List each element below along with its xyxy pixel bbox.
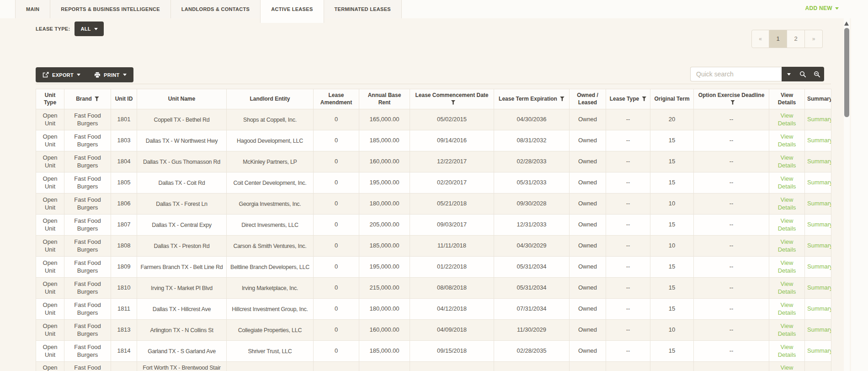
- summary-link[interactable]: Summary: [807, 221, 831, 228]
- cell-unit_name: Dallas TX - Gus Thomasson Rd: [137, 151, 227, 172]
- add-new-button[interactable]: ADD NEW: [805, 5, 839, 11]
- table-row: Open UnitFast Food Burgers1809Farmers Br…: [36, 257, 831, 278]
- search-button[interactable]: [796, 67, 810, 81]
- filter-icon[interactable]: [642, 97, 646, 101]
- cell-owned_leased: [570, 362, 606, 371]
- table-head: Unit TypeBrandUnit IDUnit NameLandlord E…: [36, 89, 831, 109]
- column-header-lease_amendment[interactable]: Lease Amendment: [314, 89, 359, 109]
- tab-landlords-contacts[interactable]: LANDLORDS & CONTACTS: [170, 0, 260, 18]
- summary-link[interactable]: Summary: [807, 263, 831, 270]
- column-header-landlord_entity[interactable]: Landlord Entity: [227, 89, 314, 109]
- summary-link[interactable]: Summary: [807, 284, 831, 291]
- view-details-link[interactable]: View Details: [778, 196, 796, 211]
- column-header-lease_term_expiration[interactable]: Lease Term Expiration: [494, 89, 570, 109]
- summary-link[interactable]: Summary: [807, 158, 831, 165]
- view-details-link[interactable]: View Details: [778, 280, 796, 295]
- view-details-link[interactable]: View Details: [778, 154, 796, 169]
- cell-landlord_entity: Shriver Trust, LLC: [227, 341, 314, 362]
- cell-unit_id: 1810: [111, 278, 137, 299]
- column-header-view_details[interactable]: View Details: [769, 89, 805, 109]
- pagination-page-button-2[interactable]: 2: [787, 30, 805, 48]
- column-header-unit_id[interactable]: Unit ID: [111, 89, 137, 109]
- column-header-unit_type[interactable]: Unit Type: [36, 89, 64, 109]
- cell-lease_term_expiration: 05/31/2033: [494, 172, 570, 194]
- view-details-link[interactable]: View Details: [778, 344, 796, 358]
- tab-terminated-leases[interactable]: TERMINATED LEASES: [324, 0, 402, 18]
- cell-lease_term_expiration: 12/31/2033: [494, 215, 570, 236]
- cell-original_term: 10: [650, 194, 694, 215]
- view-details-link[interactable]: View Details: [778, 259, 796, 274]
- add-new-label: ADD NEW: [805, 5, 832, 11]
- column-header-owned_leased[interactable]: Owned / Leased: [570, 89, 606, 109]
- view-details-link[interactable]: View Details: [778, 112, 796, 127]
- pagination-prev-button[interactable]: «: [751, 30, 769, 48]
- summary-link[interactable]: Summary: [807, 116, 831, 123]
- cell-summary: Summary: [805, 320, 831, 341]
- column-header-annual_base_rent[interactable]: Annual Base Rent: [359, 89, 410, 109]
- tab-active-leases[interactable]: ACTIVE LEASES: [260, 0, 324, 23]
- cell-view_details: View Details: [769, 151, 805, 172]
- export-button[interactable]: EXPORT: [36, 67, 87, 82]
- filter-icon[interactable]: [95, 97, 99, 101]
- summary-link[interactable]: Summary: [807, 179, 831, 186]
- summary-link[interactable]: Summary: [807, 326, 831, 333]
- scroll-up-arrow-icon[interactable]: [844, 22, 849, 26]
- cell-unit_id: 1806: [111, 194, 137, 215]
- column-header-unit_name[interactable]: Unit Name: [137, 89, 227, 109]
- table-row: Open UnitFast Food Burgers1807Dallas TX …: [36, 215, 831, 236]
- cell-lease_term_expiration: 09/30/2028: [494, 194, 570, 215]
- cell-unit_id: 1814: [111, 341, 137, 362]
- scrollbar-thumb[interactable]: [844, 28, 849, 117]
- table-row: Open UnitFast Food Burgers1803Dallas TX …: [36, 130, 831, 151]
- cell-landlord_entity: Hillcrest Investment Group, Inc.: [227, 299, 314, 320]
- table-row: Open UnitFast Food Burgers1814Garland TX…: [36, 341, 831, 362]
- cell-owned_leased: Owned: [570, 299, 606, 320]
- tab-main[interactable]: MAIN: [15, 0, 50, 18]
- vertical-scrollbar[interactable]: [844, 18, 850, 371]
- print-button[interactable]: PRINT: [87, 67, 133, 82]
- cell-owned_leased: Owned: [570, 320, 606, 341]
- cell-owned_leased: Owned: [570, 194, 606, 215]
- column-header-original_term[interactable]: Original Term: [650, 89, 694, 109]
- tab-reports-business-intelligence[interactable]: REPORTS & BUSINESS INTELLIGENCE: [50, 0, 170, 18]
- view-details-link[interactable]: View Details: [778, 323, 796, 337]
- cell-unit_type: Open Unit: [36, 172, 64, 194]
- view-details-link[interactable]: View Details: [778, 238, 796, 253]
- column-header-lease_commencement_date[interactable]: Lease Commencement Date: [410, 89, 494, 109]
- view-details-link[interactable]: View Details: [778, 217, 796, 232]
- filter-icon[interactable]: [730, 100, 735, 105]
- print-label: PRINT: [104, 72, 120, 78]
- clear-search-button[interactable]: [810, 67, 824, 81]
- summary-link[interactable]: Summary: [807, 347, 831, 354]
- column-header-summary[interactable]: Summary: [805, 89, 831, 109]
- cell-unit_name: Dallas TX - W Northwest Hwy: [137, 130, 227, 151]
- search-minus-icon: [814, 71, 820, 78]
- cell-unit_name: Dallas TX - Preston Rd: [137, 236, 227, 257]
- column-header-brand[interactable]: Brand: [64, 89, 111, 109]
- view-details-link[interactable]: View Details: [778, 175, 796, 190]
- filter-icon[interactable]: [560, 97, 564, 101]
- filter-icon[interactable]: [451, 100, 456, 105]
- view-details-link[interactable]: View Details: [778, 364, 796, 371]
- summary-link[interactable]: Summary: [807, 137, 831, 144]
- pagination-page-button-1[interactable]: 1: [769, 30, 787, 48]
- summary-link[interactable]: Summary: [807, 200, 831, 207]
- column-header-lease_type[interactable]: Lease Type: [606, 89, 650, 109]
- cell-option_exercise_deadline: --: [694, 320, 769, 341]
- view-details-link[interactable]: View Details: [778, 133, 796, 148]
- cell-annual_base_rent: 160,000.00: [359, 320, 410, 341]
- cell-owned_leased: Owned: [570, 257, 606, 278]
- view-details-link[interactable]: View Details: [778, 301, 796, 316]
- cell-lease_amendment: 0: [314, 151, 359, 172]
- cell-view_details: View Details: [769, 215, 805, 236]
- column-header-option_exercise_deadline[interactable]: Option Exercise Deadline: [694, 89, 769, 109]
- summary-link[interactable]: Summary: [807, 305, 831, 312]
- pagination-next-button[interactable]: »: [805, 30, 823, 48]
- cell-summary: Summary: [805, 341, 831, 362]
- search-input[interactable]: [690, 67, 782, 81]
- column-label: Unit Name: [168, 96, 195, 102]
- lease-type-value: ALL: [80, 26, 91, 32]
- summary-link[interactable]: Summary: [807, 242, 831, 249]
- search-options-dropdown[interactable]: [782, 67, 796, 81]
- lease-type-dropdown[interactable]: ALL: [75, 22, 103, 36]
